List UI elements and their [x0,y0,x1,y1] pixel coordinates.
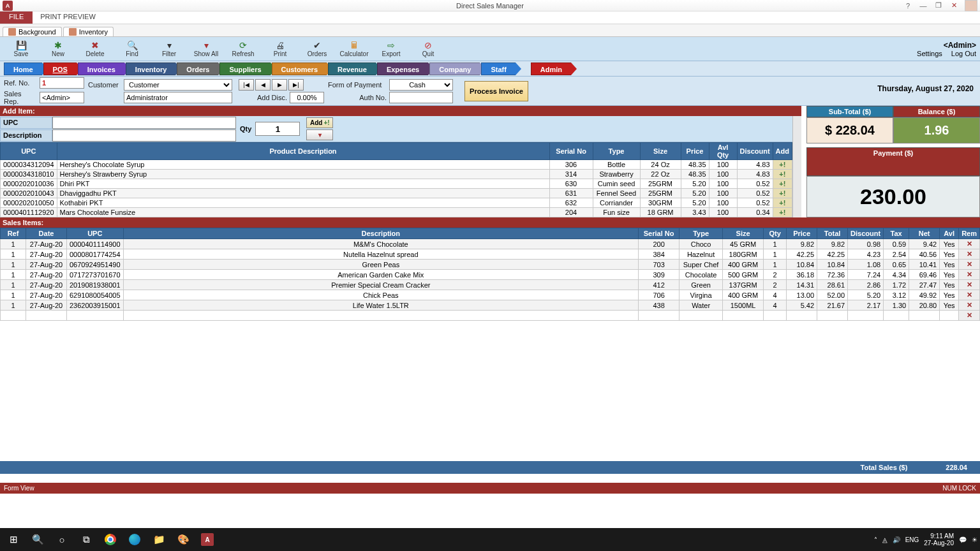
table-row[interactable]: 0000202010036Dhiri PKT630Cumin seed25GRM… [1,179,792,189]
restore-icon[interactable]: ❐ [932,1,946,10]
minimize-icon[interactable]: — [916,2,930,10]
table-row[interactable]: 0000034318010Hershey's Strawberry Syrup3… [1,170,792,179]
qty-input[interactable] [255,122,300,136]
paint-icon[interactable]: 🎨 [172,530,194,549]
delete-button[interactable]: ✖Delete [78,38,112,60]
orders-button[interactable]: ✔Orders [300,38,334,60]
filter-button[interactable]: ▾Filter [152,38,186,60]
print-button[interactable]: 🖨Print [263,38,297,60]
avatar[interactable] [965,0,977,11]
table-row[interactable]: 127-Aug-200717273701670American Garden C… [1,270,980,280]
refresh-button[interactable]: ⟳Refresh [226,38,260,60]
doc-tab-background[interactable]: Background [3,27,62,36]
table-row[interactable]: 0000202010043Dhaviggadhu PKT631Fennel Se… [1,189,792,198]
nav-customers[interactable]: Customers [272,62,327,75]
nav-next-icon[interactable]: ▶ [272,79,287,91]
remove-row-icon[interactable]: ✕ [959,280,980,290]
add-disc-input[interactable] [290,92,324,103]
volume-icon[interactable]: 🔊 [893,536,900,543]
nav-invoices[interactable]: Invoices [78,62,124,75]
add-button[interactable]: Add+! [306,117,333,128]
access-app-icon[interactable]: A [197,530,218,549]
nav-staff[interactable]: Staff [481,62,515,75]
doc-tab-inventory[interactable]: Inventory [63,27,114,36]
payment-form-select[interactable]: Cash [389,79,453,91]
search-icon[interactable]: 🔍 [27,530,48,549]
tab-print-preview[interactable]: PRINT PREVIEW [33,11,103,24]
new-button[interactable]: ✱New [41,38,75,60]
auth-no-input[interactable] [389,92,453,103]
add-row-icon[interactable]: +! [773,160,792,170]
table-row[interactable]: 127-Aug-200000801774254Nutella Hazelnut … [1,249,980,260]
task-view-icon[interactable]: ⧉ [75,530,97,549]
customer-select[interactable]: Customer [124,79,232,91]
add-row-icon[interactable]: +! [773,189,792,198]
add-row-icon[interactable]: +! [773,208,792,217]
clock[interactable]: 9:11 AM27-Aug-20 [924,533,954,547]
cortana-icon[interactable]: ○ [51,530,73,549]
description-input[interactable] [52,129,236,142]
remove-row-icon[interactable]: ✕ [959,290,980,300]
table-row[interactable]: 0000401112920Mars Chocolate Funsize204Fu… [1,208,792,217]
nav-prev-icon[interactable]: ◀ [255,79,271,91]
notifications-icon[interactable]: 💬 [959,536,967,543]
save-button[interactable]: 💾Save [4,38,38,60]
nav-pos[interactable]: POS [43,62,77,75]
file-explorer-icon[interactable]: 📁 [148,530,170,549]
remove-row-icon[interactable]: ✕ [959,239,980,249]
remove-row-icon[interactable]: ✕ [959,249,980,260]
ref-no-input[interactable] [40,77,84,89]
upc-input[interactable] [52,117,236,129]
edge-icon[interactable] [124,530,145,549]
filter-clear-button[interactable]: ▾ [306,129,333,140]
remove-row-icon[interactable]: ✕ [959,311,980,321]
remove-row-icon[interactable]: ✕ [959,300,980,311]
nav-expenses[interactable]: Expenses [377,62,428,75]
export-button[interactable]: ⇨Export [374,38,408,60]
process-invoice-button[interactable]: Process Invoice [464,81,528,101]
help-icon[interactable]: ? [901,2,915,10]
add-row-icon[interactable]: +! [773,179,792,189]
weather-icon[interactable]: ☀ [972,536,977,543]
nav-admin[interactable]: Admin [531,62,571,75]
wifi-icon[interactable]: ◬ [882,536,887,543]
nav-tabs: Home POS Invoices Inventory Orders Suppl… [0,61,980,77]
table-row[interactable]: 0000034312094Hershey's Chocolate Syrup30… [1,160,792,170]
language-indicator[interactable]: ENG [905,536,919,543]
chrome-icon[interactable] [100,530,121,549]
tab-file[interactable]: FILE [0,11,33,24]
nav-inventory[interactable]: Inventory [126,62,176,75]
remove-row-icon[interactable]: ✕ [959,260,980,270]
date-label: Thursday, August 27, 2020 [877,84,974,93]
add-row-icon[interactable]: +! [773,198,792,208]
add-row-icon[interactable]: +! [773,170,792,179]
remove-row-icon[interactable]: ✕ [959,270,980,280]
col-desc: Product Description [57,143,549,160]
nav-home[interactable]: Home [4,62,42,75]
table-row[interactable]: 127-Aug-202019081938001Premier Special C… [1,280,980,290]
nav-company[interactable]: Company [429,62,480,75]
nav-last-icon[interactable]: ▶| [288,79,304,91]
table-row[interactable]: 127-Aug-200000401114900M&M's Chocolate20… [1,239,980,249]
calculator-button[interactable]: 🖩Calculator [337,38,371,60]
role-input[interactable] [124,92,232,103]
scrollbar[interactable] [792,116,801,217]
quit-button[interactable]: ⊘Quit [411,38,445,60]
table-row[interactable]: 0000202010050Kothabiri PKT632Corriander3… [1,198,792,208]
table-row[interactable]: 127-Aug-200670924951490Green Peas703Supe… [1,260,980,270]
table-row[interactable]: 127-Aug-206291080054005Chick Peas706Virg… [1,290,980,300]
logout-link[interactable]: Log Out [951,50,976,57]
nav-suppliers[interactable]: Suppliers [219,62,270,75]
nav-orders[interactable]: Orders [177,62,218,75]
system-tray[interactable]: ˄ ◬ 🔊 ENG 9:11 AM27-Aug-20 💬 ☀ [874,533,977,547]
find-button[interactable]: 🔍Find [115,38,149,60]
sales-rep-input[interactable] [40,92,84,103]
table-row[interactable]: 127-Aug-202362003915001Life Water 1.5LTR… [1,300,980,311]
nav-first-icon[interactable]: |◀ [239,79,254,91]
start-icon[interactable]: ⊞ [3,530,24,549]
show-all-button[interactable]: ▾Show All [189,38,223,60]
settings-link[interactable]: Settings [917,50,942,57]
nav-revenue[interactable]: Revenue [328,62,376,75]
close-icon[interactable]: ✕ [947,1,961,10]
tray-chevron-icon[interactable]: ˄ [874,536,877,543]
